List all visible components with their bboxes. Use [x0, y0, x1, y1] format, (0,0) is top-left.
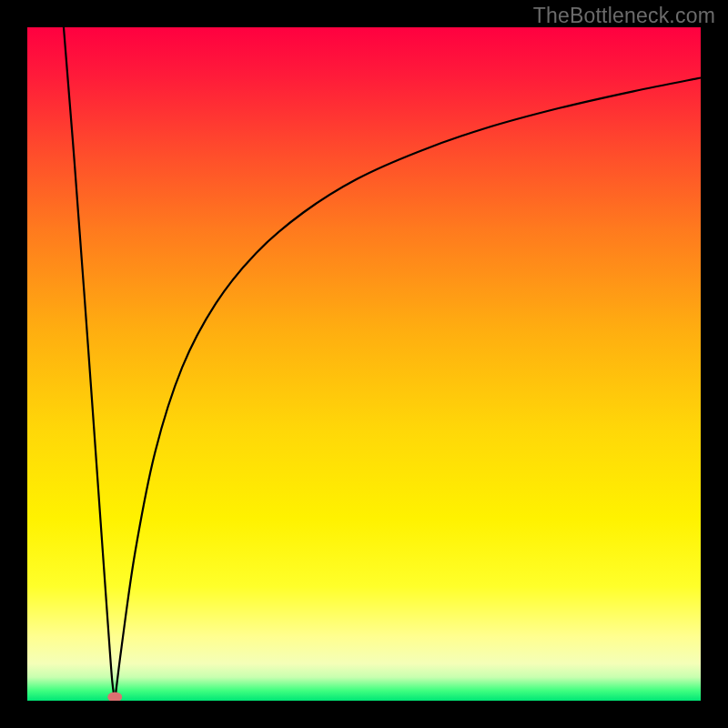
watermark-text: TheBottleneck.com [533, 4, 715, 28]
plot-svg [27, 27, 701, 701]
chart-frame: TheBottleneck.com [0, 0, 728, 728]
plot-area [27, 27, 701, 701]
